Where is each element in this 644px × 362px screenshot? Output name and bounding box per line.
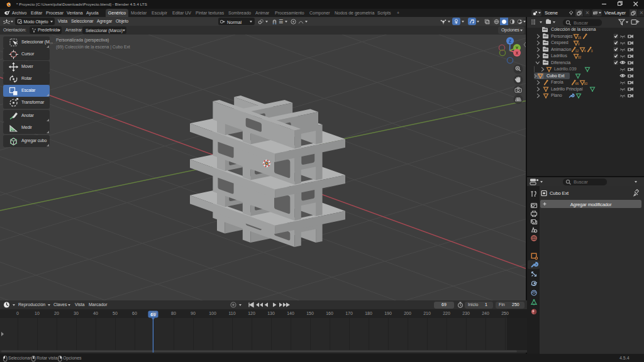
svg-text:Buscar: Buscar bbox=[574, 179, 588, 185]
svg-text:15: 15 bbox=[578, 36, 582, 40]
svg-text:Z: Z bbox=[509, 39, 511, 43]
svg-text:4: 4 bbox=[584, 49, 586, 53]
svg-text:Buscar: Buscar bbox=[574, 20, 589, 26]
svg-text:X: X bbox=[516, 51, 519, 55]
svg-text:32: 32 bbox=[578, 55, 582, 59]
svg-text:66: 66 bbox=[575, 82, 579, 85]
svg-text:3: 3 bbox=[578, 42, 580, 46]
svg-text:12: 12 bbox=[575, 49, 579, 53]
svg-text:50: 50 bbox=[584, 82, 588, 85]
svg-text:3: 3 bbox=[591, 49, 593, 53]
